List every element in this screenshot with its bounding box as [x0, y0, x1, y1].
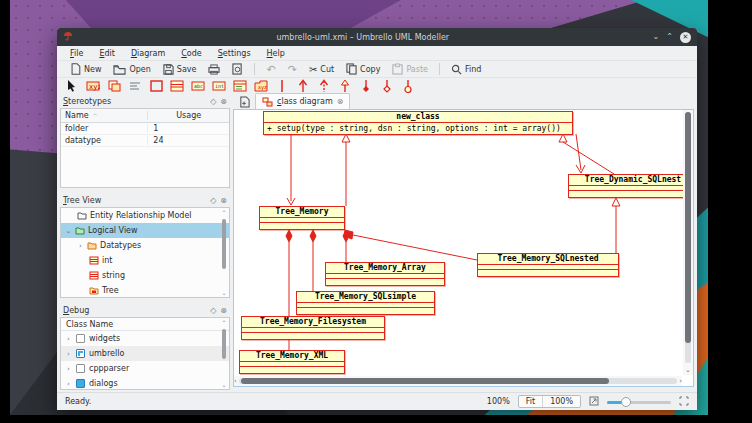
horizontal-scrollbar[interactable]: ‹ ›	[234, 376, 682, 386]
fit-button[interactable]: Fit	[519, 396, 542, 407]
checkbox-umbrello[interactable]	[76, 349, 85, 358]
menu-settings[interactable]: Settings	[211, 48, 258, 59]
maximize-icon[interactable]: ⌃	[666, 33, 673, 41]
table-row[interactable]: datatype 24	[61, 135, 229, 147]
uml-class-tree-memory[interactable]: Tree_Memory	[259, 206, 345, 230]
vertical-scrollbar[interactable]: ⌄	[683, 110, 693, 375]
menu-edit[interactable]: Edit	[92, 48, 122, 59]
new-button[interactable]: New	[65, 61, 106, 77]
debug-scrollbar[interactable]: ⌃ ⌄	[220, 319, 228, 388]
dock-float-icon[interactable]: ◇	[210, 196, 216, 205]
tree-item-tree[interactable]: Tree	[61, 283, 229, 298]
zoom-level-label: 100%	[487, 397, 510, 406]
print-preview-button[interactable]	[227, 61, 248, 77]
containment-tool[interactable]	[401, 79, 415, 93]
close-icon[interactable]: ✕	[680, 32, 691, 43]
dock-float-icon[interactable]: ◇	[210, 306, 216, 315]
dock-close-icon[interactable]: ⊗	[220, 196, 227, 205]
svg-text:int: int	[215, 82, 224, 88]
cut-button[interactable]: ✂ Cut	[304, 62, 339, 77]
tree-item-entity-relationship-model[interactable]: Entity Relationship Model	[61, 208, 229, 223]
tree-item-string[interactable]: string	[61, 268, 229, 283]
scroll-right-icon: ›	[679, 378, 682, 385]
debug-dock-title: Debug	[63, 306, 210, 315]
zoom-100-button[interactable]: 100%	[542, 396, 580, 407]
debug-item-widgets[interactable]: › widgets	[61, 331, 229, 346]
uml-class-tree-memory-sqlsimple[interactable]: Tree_Memory_SQLsimple	[296, 291, 435, 315]
debug-item-cppparser[interactable]: › cppparser	[61, 361, 229, 376]
tab-close-icon[interactable]: ⊗	[337, 97, 344, 106]
dock-close-icon[interactable]: ⊗	[220, 97, 227, 106]
stereotypes-dock-header[interactable]: Stereotypes ◇ ⊗	[60, 94, 230, 108]
note-tool[interactable]	[107, 79, 121, 93]
zoom-slider-handle[interactable]	[621, 397, 631, 407]
zoom-slider[interactable]	[607, 397, 671, 407]
association-tool[interactable]	[275, 79, 289, 93]
vertical-scrollbar-thumb[interactable]	[685, 112, 691, 343]
tree-item-datatypes[interactable]: › Datatypes	[61, 238, 229, 253]
debug-item-umbrello[interactable]: › umbrello	[61, 346, 229, 361]
debug-dock: Debug ◇ ⊗ Class Name › widgets › umbrell…	[60, 303, 230, 390]
new-tab-button[interactable]	[235, 94, 253, 109]
horizontal-scrollbar-thumb[interactable]	[241, 378, 609, 384]
directed-association-tool[interactable]	[296, 79, 310, 93]
redo-button[interactable]: ↷	[283, 61, 302, 78]
select-tool[interactable]	[65, 79, 79, 93]
text-tool[interactable]: xyz	[86, 79, 100, 93]
fullscreen-icon[interactable]	[679, 396, 689, 408]
package-tool[interactable]: xyz	[254, 79, 268, 93]
undo-button[interactable]: ↶	[261, 61, 280, 78]
new-file-icon	[70, 63, 81, 75]
checkbox-widgets[interactable]	[76, 334, 85, 343]
tab-class-diagram[interactable]: class diagram ⊗	[255, 93, 350, 109]
copy-button[interactable]: Copy	[341, 61, 385, 77]
class-tool[interactable]	[170, 79, 184, 93]
find-button[interactable]: Find	[446, 62, 486, 77]
align-lines-tool[interactable]	[128, 79, 142, 93]
uml-class-tree-memory-sqlnested[interactable]: Tree_Memory_SQLnested	[477, 253, 619, 277]
uml-class-new-class[interactable]: new_class + setup(type : string, dsn : s…	[263, 111, 573, 135]
dock-float-icon[interactable]: ◇	[210, 97, 216, 106]
main-content: Stereotypes ◇ ⊗ Name ^ Usage folder 1	[57, 92, 697, 392]
print-button[interactable]	[203, 62, 225, 77]
tree-item-int[interactable]: int	[61, 253, 229, 268]
svg-text:xyz: xyz	[258, 84, 267, 91]
umbrello-window: umbrello-uml.xmi – Umbrello UML Modeller…	[57, 28, 697, 410]
zoom-select-icon[interactable]	[589, 396, 599, 408]
menu-file[interactable]: File	[63, 48, 90, 59]
tree-view-dock-header[interactable]: Tree View ◇ ⊗	[60, 193, 230, 207]
uml-class-tree-memory-array[interactable]: Tree_Memory_Array	[325, 262, 445, 286]
checkbox-dialogs[interactable]	[76, 379, 85, 388]
open-button[interactable]: Open	[108, 62, 155, 77]
menu-help[interactable]: Help	[260, 48, 292, 59]
debug-dock-header[interactable]: Debug ◇ ⊗	[60, 303, 230, 317]
tree-view-scrollbar[interactable]: ⌃ ⌄	[220, 209, 228, 296]
dock-close-icon[interactable]: ⊗	[220, 306, 227, 315]
aggregation-tool[interactable]	[380, 79, 394, 93]
save-button[interactable]: Save	[158, 62, 202, 77]
uml-class-tree-memory-xml[interactable]: Tree_Memory_XML	[239, 350, 345, 374]
uml-operation: + setup(type : string, dsn : string, opt…	[264, 123, 572, 134]
generalization-tool[interactable]	[338, 79, 352, 93]
box-tool[interactable]	[149, 79, 163, 93]
table-row[interactable]: folder 1	[61, 123, 229, 135]
interface-tool[interactable]: abc	[191, 79, 205, 93]
debug-item-dialogs[interactable]: › dialogs	[61, 376, 229, 390]
menu-diagram[interactable]: Diagram	[124, 48, 172, 59]
diagram-canvas[interactable]: new_class + setup(type : string, dsn : s…	[233, 109, 694, 387]
menu-code[interactable]: Code	[174, 48, 209, 59]
uml-class-tree-dynamic-sqlnest[interactable]: Tree_Dynamic_SQLnest	[568, 174, 694, 198]
titlebar[interactable]: umbrello-uml.xmi – Umbrello UML Modeller…	[57, 28, 697, 46]
debug-column-header[interactable]: Class Name	[61, 318, 229, 331]
dependency-tool[interactable]	[317, 79, 331, 93]
uml-class-tree-memory-filesystem[interactable]: Tree_Memory_Filesystem	[241, 316, 385, 340]
datatype-tool[interactable]: int	[212, 79, 226, 93]
minimize-icon[interactable]: ⌄	[653, 33, 660, 41]
scroll-down-icon: ⌄	[220, 381, 228, 388]
tree-item-logical-view[interactable]: ⌄ Logical View	[61, 223, 229, 238]
checkbox-cppparser[interactable]	[76, 364, 85, 373]
paste-button[interactable]: Paste	[387, 61, 433, 77]
stereotypes-table-header[interactable]: Name ^ Usage	[61, 109, 229, 123]
enum-tool[interactable]	[233, 79, 247, 93]
composition-tool[interactable]	[359, 79, 373, 93]
